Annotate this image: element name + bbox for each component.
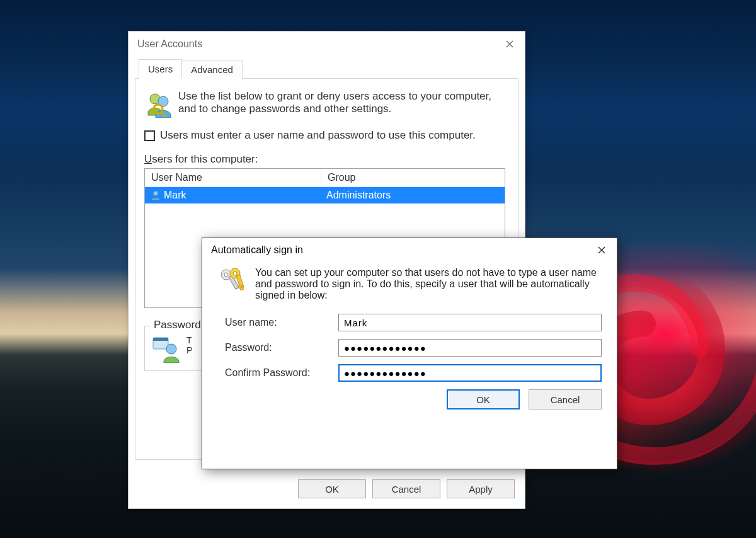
password-label: Password: <box>225 342 338 353</box>
password-input[interactable] <box>338 339 602 357</box>
svg-point-12 <box>233 272 237 275</box>
password-group-text: T P <box>186 335 192 355</box>
cancel-button[interactable]: Cancel <box>372 479 440 498</box>
child-titlebar: Automatically sign in <box>202 238 617 262</box>
keys-icon <box>217 267 244 296</box>
tab-users-label: Users <box>148 64 173 74</box>
close-icon <box>506 40 513 48</box>
grid-header: User Name Group <box>145 169 505 187</box>
dialog-title: User Accounts <box>137 38 497 50</box>
close-button[interactable] <box>497 34 522 54</box>
require-login-label: Users must enter a user name and passwor… <box>160 129 476 142</box>
password-user-icon <box>152 335 180 363</box>
tab-users[interactable]: Users <box>139 59 182 79</box>
tab-advanced-label: Advanced <box>191 64 233 75</box>
close-icon <box>598 246 605 254</box>
cell-group: Administrators <box>321 188 396 202</box>
apply-button[interactable]: Apply <box>447 479 515 498</box>
desktop-wallpaper: User Accounts Users Advanced <box>0 0 756 538</box>
tab-advanced[interactable]: Advanced <box>181 60 243 79</box>
child-close-button[interactable] <box>589 240 614 260</box>
require-login-checkbox[interactable] <box>144 130 155 141</box>
users-list-label: Users for this computer: <box>144 153 505 166</box>
child-dialog-title: Automatically sign in <box>211 244 589 256</box>
svg-point-4 <box>153 191 158 196</box>
child-ok-button[interactable]: OK <box>447 389 520 409</box>
confirm-password-input[interactable] <box>338 364 602 382</box>
users-header-icon <box>144 90 172 118</box>
svg-point-7 <box>166 344 176 354</box>
svg-point-9 <box>224 273 228 277</box>
username-label: User name: <box>225 317 338 328</box>
col-group[interactable]: Group <box>321 169 505 186</box>
child-intro-text: You can set up your computer so that use… <box>255 267 602 301</box>
auto-signin-dialog: Automatically sign in You can set up you… <box>202 238 617 469</box>
titlebar: User Accounts <box>129 31 525 57</box>
col-username[interactable]: User Name <box>145 169 321 186</box>
intro-text: Use the list below to grant or deny user… <box>178 90 505 118</box>
confirm-password-label: Confirm Password: <box>225 367 338 379</box>
table-row[interactable]: Mark Administrators <box>145 187 505 203</box>
ok-button[interactable]: OK <box>298 479 366 498</box>
password-group-legend: Password f <box>151 319 209 331</box>
user-row-icon <box>150 190 161 201</box>
svg-rect-6 <box>153 338 168 341</box>
username-input[interactable] <box>338 314 602 331</box>
cell-username: Mark <box>164 190 186 201</box>
child-cancel-button[interactable]: Cancel <box>529 389 602 409</box>
